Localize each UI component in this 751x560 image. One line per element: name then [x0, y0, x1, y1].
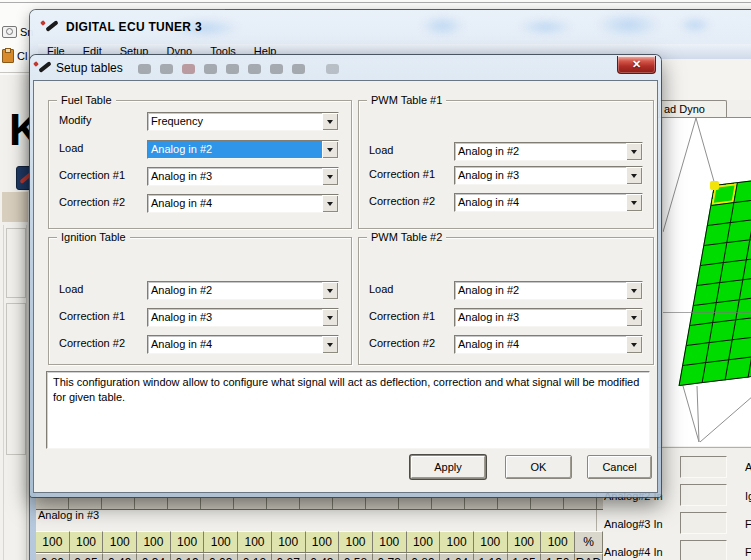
pwm2-correction1-combobox[interactable]: Analog in #3	[454, 308, 643, 327]
io-value-box[interactable]	[680, 540, 727, 560]
chevron-down-icon[interactable]	[322, 309, 338, 326]
chevron-down-icon[interactable]	[322, 168, 338, 185]
glass-blur	[596, 12, 661, 38]
fuel-correction2-combobox[interactable]: Analog in #4	[147, 194, 339, 213]
table-cell[interactable]: RAD	[575, 553, 603, 560]
correction2-label: Correction #2	[369, 195, 435, 208]
ignition-correction2-combobox[interactable]: Analog in #4	[147, 335, 339, 354]
table-cell[interactable]: %	[575, 531, 603, 553]
table-cell[interactable]: 100	[508, 531, 542, 553]
table-cell[interactable]: 100	[272, 531, 306, 553]
chevron-down-icon[interactable]	[626, 194, 642, 211]
io-value-box[interactable]	[680, 484, 727, 506]
table-cell[interactable]: 0.27	[272, 553, 306, 560]
table-cell[interactable]: 1.50	[541, 553, 575, 560]
table-cell[interactable]: 100	[306, 531, 340, 553]
combobox-value: Analog in #3	[455, 309, 626, 326]
table-cell[interactable]: 100	[70, 531, 104, 553]
io-right-label: Ig	[745, 490, 751, 502]
pwm1-correction2-combobox[interactable]: Analog in #4	[454, 193, 643, 212]
combobox-value: Analog in #2	[455, 282, 626, 299]
fuel-correction1-combobox[interactable]: Analog in #3	[147, 167, 339, 186]
ok-button[interactable]: OK	[505, 455, 572, 479]
table-cell[interactable]: 100	[339, 531, 373, 553]
table-cell[interactable]: 0.49	[103, 553, 137, 560]
combobox-value: Analog in #3	[455, 167, 626, 184]
group-title: PWM Table #2	[367, 231, 446, 243]
chevron-down-icon[interactable]	[322, 336, 338, 353]
table-cell[interactable]: 0.58	[339, 553, 373, 560]
glass-dot	[270, 64, 283, 74]
apply-button[interactable]: Apply	[410, 455, 486, 479]
table-cell[interactable]: 100	[103, 531, 137, 553]
io-value-box[interactable]	[680, 512, 727, 534]
table-cell[interactable]: 0.80	[36, 553, 70, 560]
dyno-graph[interactable]	[663, 118, 751, 446]
combobox-value: Frequency	[148, 113, 322, 130]
group-title: Fuel Table	[57, 94, 116, 106]
table-cell[interactable]: 1.35	[508, 553, 542, 560]
table-cell[interactable]: 100	[407, 531, 441, 553]
tab-road-dyno[interactable]: ad Dyno (F6)	[659, 100, 727, 117]
group-title: Ignition Table	[57, 231, 130, 243]
pwm1-correction1-combobox[interactable]: Analog in #3	[454, 166, 643, 185]
chevron-down-icon[interactable]	[626, 282, 642, 299]
panel-groove	[3, 225, 4, 560]
chevron-down-icon[interactable]	[626, 309, 642, 326]
chevron-down-icon[interactable]	[322, 113, 338, 130]
table-cell[interactable]: 1.19	[474, 553, 508, 560]
glass-dot	[138, 64, 151, 74]
glass-blur	[518, 18, 573, 36]
chevron-down-icon[interactable]	[626, 336, 642, 353]
table-cell[interactable]: 0.65	[70, 553, 104, 560]
ignition-load-combobox[interactable]: Analog in #2	[147, 281, 339, 300]
chevron-down-icon[interactable]	[322, 195, 338, 212]
fuel-load-combobox[interactable]: Analog in #2	[147, 140, 339, 159]
table-cell[interactable]: 0.19	[171, 553, 205, 560]
ignition-correction1-combobox[interactable]: Analog in #3	[147, 308, 339, 327]
mesh-cell	[729, 337, 751, 360]
table-row-clipped[interactable]	[36, 497, 603, 510]
table-cell[interactable]: 100	[373, 531, 407, 553]
table-cell[interactable]: 1.04	[440, 553, 474, 560]
table-cell[interactable]: 100	[36, 531, 70, 553]
table-cell[interactable]: 0.12	[238, 553, 272, 560]
glass-dot	[226, 64, 239, 74]
table-cell[interactable]: 100	[474, 531, 508, 553]
table-cell[interactable]: 0.03	[204, 553, 238, 560]
chevron-down-icon[interactable]	[626, 143, 642, 160]
table-cell[interactable]: 0.89	[407, 553, 441, 560]
combobox-value: Analog in #2	[148, 141, 322, 158]
pwm2-correction2-combobox[interactable]: Analog in #4	[454, 335, 643, 354]
toolbar-item-clipboard[interactable]: Cl	[2, 49, 27, 63]
main-titlebar[interactable]: DIGITAL ECU TUNER 3	[30, 10, 751, 44]
chevron-down-icon[interactable]	[322, 282, 338, 299]
glass-dot	[248, 64, 261, 74]
combobox-value: Analog in #3	[148, 309, 322, 326]
correction2-label: Correction #2	[369, 337, 435, 350]
table-cell[interactable]: 100	[204, 531, 238, 553]
table-cell[interactable]: 0.73	[373, 553, 407, 560]
pwm2-load-combobox[interactable]: Analog in #2	[454, 281, 643, 300]
background-window-edge	[0, 2, 751, 3]
table-cell[interactable]: 100	[137, 531, 171, 553]
table-cell[interactable]: 100	[171, 531, 205, 553]
table-cell[interactable]: 0.34	[137, 553, 171, 560]
fuel-modify-combobox[interactable]: Frequency	[147, 112, 339, 131]
correction1-label: Correction #1	[59, 169, 125, 182]
pwm1-load-combobox[interactable]: Analog in #2	[454, 142, 643, 161]
table-cell[interactable]: 100	[440, 531, 474, 553]
table-cell[interactable]: 100	[238, 531, 272, 553]
table-cell[interactable]: 100	[541, 531, 575, 553]
io-label-analog4: Analog#4 In	[604, 546, 663, 558]
chevron-down-icon[interactable]	[322, 141, 338, 158]
toolbar-item-snapshot[interactable]: Sn	[2, 26, 33, 38]
modify-label: Modify	[59, 114, 91, 127]
chevron-down-icon[interactable]	[626, 167, 642, 184]
table-cell[interactable]: 0.43	[306, 553, 340, 560]
cancel-button[interactable]: Cancel	[587, 455, 652, 479]
mesh-cell	[734, 180, 751, 203]
close-icon[interactable]: ✕	[617, 56, 656, 74]
load-label: Load	[59, 142, 83, 155]
io-value-box[interactable]	[680, 456, 727, 478]
